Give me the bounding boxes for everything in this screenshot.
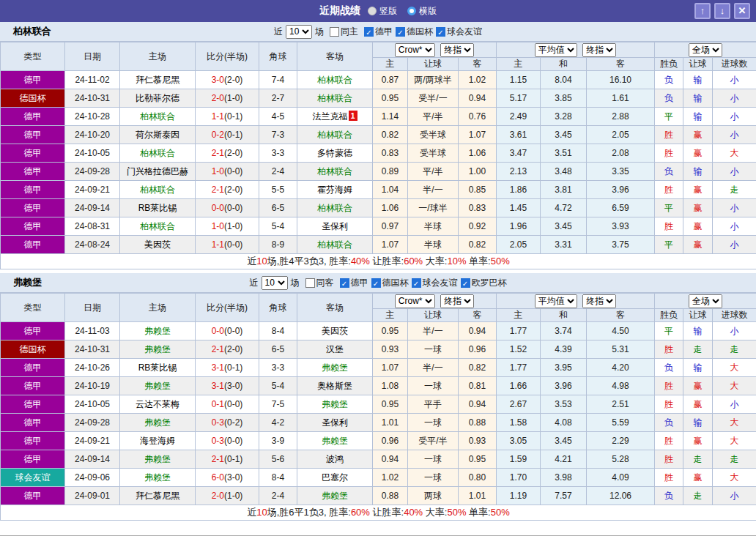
competition-filter[interactable]: ✓德国杯 [371, 277, 409, 289]
avg-time-select[interactable]: 终指 [582, 294, 616, 308]
away-team-link[interactable]: 美因茨 [322, 326, 348, 336]
home-team-link[interactable]: 柏林联合 [140, 185, 175, 195]
close-button[interactable]: ✕ [734, 3, 750, 19]
fulltime-score: 0-0 [212, 203, 224, 213]
move-down-button[interactable]: ↓ [714, 3, 730, 19]
odds-time-select[interactable]: 终指 [440, 294, 474, 308]
home-team-link[interactable]: 美因茨 [144, 239, 171, 250]
away-team-link[interactable]: 柏林联合 [317, 130, 352, 140]
match-count-select[interactable]: 10 [262, 276, 288, 290]
avg-home-odds: 1.66 [497, 377, 541, 395]
move-up-button[interactable]: ↑ [694, 3, 711, 19]
home-team-link[interactable]: 拜仁慕尼黑 [136, 75, 179, 85]
home-team-link[interactable]: 弗赖堡 [144, 326, 171, 336]
match-date: 24-09-14 [65, 450, 120, 469]
home-team-link[interactable]: RB莱比锡 [138, 362, 177, 373]
away-team-link[interactable]: 法兰克福 [313, 111, 348, 122]
handicap-home-odds: 0.97 [373, 217, 408, 236]
away-team-cell: 柏林联合 [297, 89, 373, 108]
home-team-link[interactable]: 弗赖堡 [144, 381, 171, 391]
col-handicap: 让球 [408, 309, 459, 322]
away-team-link[interactable]: 圣保利 [322, 417, 348, 428]
average-odds-group: 平均值 终指 [497, 42, 655, 58]
away-team-link[interactable]: 柏林联合 [317, 75, 352, 85]
home-team-link[interactable]: 柏林联合 [140, 148, 175, 158]
away-team-link[interactable]: 奥格斯堡 [317, 381, 352, 391]
arrow-up-icon: ↑ [700, 5, 705, 16]
away-team-link[interactable]: 柏林联合 [317, 239, 352, 250]
competition-filter[interactable]: ✓德甲 [364, 26, 393, 38]
home-team-link[interactable]: 比勒菲尔德 [136, 93, 179, 103]
results-table: 类型 日期 主场 比分(半场) 角球 客场 Crow* 终指 平均值 终指 [0, 293, 756, 521]
home-team-link[interactable]: 拜仁慕尼黑 [136, 491, 179, 501]
away-team-link[interactable]: 柏林联合 [317, 93, 352, 103]
home-team-link[interactable]: 柏林联合 [140, 111, 175, 122]
section-header: 弗赖堡 近 10 场 同客 ✓德甲✓德国杯✓球会友谊✓欧罗巴杯 [0, 273, 756, 293]
competition-filter-label: 德甲 [351, 277, 368, 289]
radio-vertical-layout[interactable]: 竖版 [368, 5, 397, 18]
away-team-link[interactable]: 波鸿 [326, 454, 344, 464]
competition-filter[interactable]: ✓球会友谊 [412, 277, 458, 289]
scope-select[interactable]: 全场 [689, 43, 722, 57]
away-team-link[interactable]: 柏林联合 [317, 166, 352, 176]
result-goals: 小 [713, 126, 756, 144]
avg-home-odds: 2.49 [497, 108, 541, 126]
average-odds-group: 平均值 终指 [497, 294, 655, 309]
result-handicap: 赢 [683, 126, 713, 144]
col-type: 类型 [1, 42, 65, 71]
home-team-link[interactable]: 云达不莱梅 [136, 399, 179, 409]
away-team-link[interactable]: 弗赖堡 [322, 436, 348, 446]
summary-line: 近10场,胜4平3负3, 胜率:40% 让胜率:60% 大率:10% 单率:50… [1, 254, 756, 269]
radio-horizontal-layout[interactable]: 横版 [407, 5, 437, 18]
score-cell: 1-0(0-0) [196, 163, 259, 181]
away-team-link[interactable]: 弗赖堡 [322, 399, 348, 409]
radio-selected-icon [407, 7, 416, 15]
home-team-link[interactable]: 弗赖堡 [144, 454, 171, 464]
handicap-away-odds: 0.92 [459, 217, 497, 236]
away-team-link[interactable]: 多特蒙德 [317, 148, 352, 158]
away-team-link[interactable]: 柏林联合 [317, 203, 352, 213]
checkbox-checked-icon: ✓ [396, 27, 405, 37]
home-team-link[interactable]: 弗赖堡 [144, 472, 171, 483]
handicap-line: 半球 [408, 217, 459, 236]
home-team-link[interactable]: 弗赖堡 [144, 417, 171, 428]
away-team-link[interactable]: 圣保利 [322, 221, 348, 231]
same-venue-filter[interactable]: 同主 [330, 26, 358, 38]
result-handicap: 赢 [683, 469, 713, 487]
score-cell: 0-2(0-1) [196, 126, 259, 144]
home-team-cell: 弗赖堡 [120, 414, 196, 432]
scope-select[interactable]: 全场 [689, 294, 722, 308]
competition-filter[interactable]: ✓球会友谊 [436, 26, 482, 38]
away-team-link[interactable]: 汉堡 [326, 344, 344, 354]
home-team-cell: 弗赖堡 [120, 469, 196, 487]
avg-away-odds: 16.10 [587, 71, 655, 89]
team-name: 弗赖堡 [13, 276, 42, 289]
summary-part: 50% [491, 256, 510, 267]
avg-time-select[interactable]: 终指 [582, 43, 616, 57]
home-team-link[interactable]: RB莱比锡 [138, 203, 177, 213]
away-team-link[interactable]: 巴塞尔 [322, 472, 348, 483]
odds-source-select[interactable]: Crow* [395, 294, 435, 308]
filters-bar: 近 10 场 同主 ✓德甲✓德国杯✓球会友谊 [274, 25, 482, 39]
home-team-link[interactable]: 海登海姆 [140, 436, 175, 446]
home-team-link[interactable]: 门兴格拉德巴赫 [127, 166, 188, 176]
odds-source-select[interactable]: Crow* [395, 43, 435, 57]
home-team-link[interactable]: 弗赖堡 [144, 344, 171, 354]
home-team-link[interactable]: 荷尔斯泰因 [136, 130, 179, 140]
col-score: 比分(半场) [196, 42, 259, 71]
competition-filter[interactable]: ✓德甲 [340, 277, 368, 289]
competition-filter[interactable]: ✓欧罗巴杯 [461, 277, 507, 289]
avg-draw-odds: 3.95 [541, 359, 587, 377]
away-team-link[interactable]: 霍芬海姆 [317, 185, 352, 195]
home-team-link[interactable]: 柏林联合 [140, 221, 175, 231]
odds-time-select[interactable]: 终指 [440, 43, 474, 57]
handicap-odds-group: Crow* 终指 [373, 294, 497, 309]
away-team-link[interactable]: 弗赖堡 [322, 491, 348, 501]
avg-source-select[interactable]: 平均值 [535, 43, 577, 57]
avg-source-select[interactable]: 平均值 [535, 294, 577, 308]
away-team-cell: 波鸿 [297, 450, 373, 469]
away-team-link[interactable]: 弗赖堡 [322, 362, 348, 373]
match-count-select[interactable]: 10 [286, 25, 312, 39]
competition-filter[interactable]: ✓德国杯 [396, 26, 433, 38]
same-venue-filter[interactable]: 同客 [305, 277, 334, 289]
